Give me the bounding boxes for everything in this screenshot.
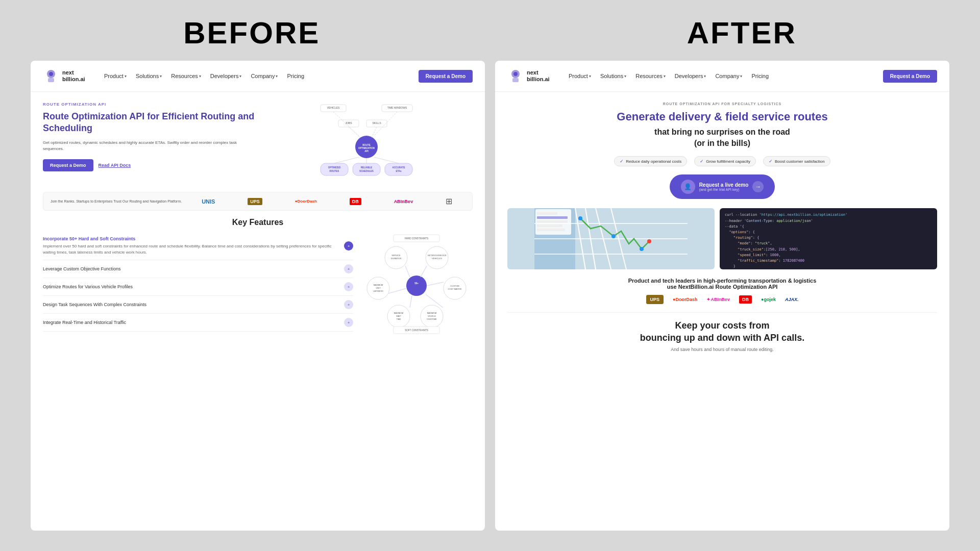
svg-text:SOFT CONSTRAINTS: SOFT CONSTRAINTS [405,329,428,332]
partners-logos: UPS ●DoorDash ✦ABInBev DB ●gojek AJAX. [507,295,937,304]
svg-text:VISIT: VISIT [376,287,381,289]
svg-text:ROUTES: ROUTES [330,170,339,172]
after-nav-solutions[interactable]: Solutions ▾ [600,73,626,79]
features-diagram: HARD CONSTRAINTS HETEROGENEOUS VEHICLES … [360,232,473,336]
before-nav-pricing[interactable]: Pricing [287,73,304,79]
after-logo: nextbillion.ai [507,68,558,84]
chevron-icon: ▾ [239,74,241,79]
preview-area: curl --location 'https://api.nextbillion… [507,208,937,269]
partner-ajax: AJAX. [785,297,799,302]
after-hero-tag: ROUTE OPTIMIZATION API FOR SPECIALTY LOG… [507,102,937,106]
svg-rect-19 [321,163,348,176]
after-nav-product[interactable]: Product ▾ [569,73,591,79]
code-line-7: "truck_size":[250, 210, 500], [725,247,932,253]
after-nav-pricing[interactable]: Pricing [751,73,769,79]
svg-rect-81 [537,212,557,215]
svg-line-57 [421,266,427,277]
code-line-10: } [725,264,932,269]
feature-item-objectives[interactable]: Leverage Custom Objective Functions + [43,260,353,278]
partner-abinbev: ✦ABInBev [706,297,730,302]
chevron-icon: ▾ [589,74,591,79]
svg-text:TIME WINDOWS: TIME WINDOWS [387,106,407,109]
feature-item-constraints[interactable]: Incorporate 50+ Hard and Soft Constraint… [43,232,353,260]
svg-text:API: API [364,150,369,153]
before-api-docs-link[interactable]: Read API Docs [99,163,131,168]
before-nav-product[interactable]: Product ▾ [104,73,127,79]
map-preview [507,208,715,269]
feature-expand-icon[interactable]: + [344,241,353,251]
svg-line-18 [372,127,377,138]
after-request-demo-btn[interactable]: Request a Demo [883,70,937,83]
svg-rect-84 [537,224,562,227]
svg-point-1 [49,72,53,76]
svg-text:MAXIMUM: MAXIMUM [394,312,403,314]
svg-text:RELIABLE: RELIABLE [361,166,373,169]
feature-item-sequences[interactable]: Design Task Sequences With Complex Const… [43,296,353,314]
svg-text:COST MATRIX: COST MATRIX [448,288,462,290]
demo-btn-arrow-icon: → [752,181,764,192]
svg-text:SCHEDULES: SCHEDULES [359,170,374,172]
after-content: ROUTE OPTIMIZATION API FOR SPECIALTY LOG… [495,92,949,531]
svg-text:TIME: TIME [396,318,401,320]
demo-btn-sub-text: (and get the trial API key) [699,188,749,191]
cost-title: Keep your costs frombouncing up and down… [518,320,927,344]
before-nav-company[interactable]: Company ▾ [251,73,278,79]
feature-expand-icon[interactable]: + [344,264,353,273]
feature-label: Leverage Custom Objective Functions [43,266,344,271]
svg-text:MAXIMUM: MAXIMUM [374,284,383,286]
brand-logos: UNIS UPS ●DoorDash DB ABInBev ⊞ [189,196,465,206]
feature-item-traffic[interactable]: Integrate Real-Time and Historical Traff… [43,314,353,332]
before-nav-resources[interactable]: Resources ▾ [171,73,201,79]
svg-text:HETEROGENEOUS: HETEROGENEOUS [428,254,447,257]
chevron-icon: ▾ [624,74,626,79]
feature-expand-icon[interactable]: + [344,282,353,291]
svg-text:CUSTOM: CUSTOM [450,285,459,287]
partner-gojek: ●gojek [761,297,776,302]
after-nav-resources[interactable]: Resources ▾ [635,73,666,79]
cost-subtitle: And save hours and hours of manual route… [518,347,927,352]
benefits-row: ✓ Reduce daily operational costs ✓ Grow … [507,156,937,166]
after-hero-title: Generate delivery & field service routes [507,110,937,124]
trusted-bar: Join the Ranks. Startups to Enterprises … [43,192,473,211]
before-request-demo-btn[interactable]: Request a Demo [419,70,473,83]
code-line-1: curl --location 'https://api.nextbillion… [725,212,932,218]
before-nav-links: Product ▾ Solutions ▾ Resources ▾ Develo… [104,73,408,79]
code-line-9: "traffic_timestamp": 1782087400 [725,258,932,264]
demo-btn-text: Request a live demo (and get the trial A… [699,182,749,191]
after-label: AFTER [687,15,797,51]
before-logo: nextbillion.ai [43,68,94,84]
feature-expand-icon[interactable]: + [344,318,353,327]
svg-text:VEHICLES: VEHICLES [327,106,340,109]
chevron-icon: ▾ [199,74,201,79]
partners-section: Product and tech leaders in high-perform… [507,278,937,304]
after-nav-developers[interactable]: Developers ▾ [675,73,706,79]
key-features-title: Key Features [43,218,473,227]
feature-label: Design Task Sequences With Complex Const… [43,302,344,307]
svg-point-65 [513,72,518,76]
before-hero-title: Route Optimization API for Efficient Rou… [43,111,255,135]
before-nav-developers[interactable]: Developers ▾ [210,73,242,79]
svg-text:VEHICLES: VEHICLES [432,257,442,260]
svg-text:ACCURATE: ACCURATE [393,166,405,169]
trusted-text: Join the Ranks. Startups to Enterprises … [51,199,182,204]
before-hero: ROUTE OPTIMIZATION API Route Optimizatio… [43,102,473,184]
live-demo-btn[interactable]: 👤 Request a live demo (and get the trial… [670,174,775,199]
chevron-icon: ▾ [276,74,278,79]
svg-text:DURATION: DURATION [391,257,402,260]
after-nav-links: Product ▾ Solutions ▾ Resources ▾ Develo… [569,73,873,79]
svg-text:LATENESS: LATENESS [373,290,383,292]
partner-db: DB [739,295,752,304]
code-line-2: --header 'Content-Type: application/json… [725,218,932,224]
svg-rect-66 [512,78,519,82]
svg-point-54 [406,276,427,296]
before-nav-solutions[interactable]: Solutions ▾ [136,73,162,79]
feature-expand-icon[interactable]: + [344,300,353,309]
svg-line-60 [410,295,412,308]
before-demo-btn[interactable]: Request a Demo [43,159,93,171]
after-nav-company[interactable]: Company ▾ [715,73,742,79]
demo-btn-avatar: 👤 [681,180,695,194]
svg-text:HARD CONSTRAINTS: HARD CONSTRAINTS [405,237,428,240]
after-logo-text: nextbillion.ai [527,69,550,83]
feature-item-vehicles[interactable]: Optimize Routes for Various Vehicle Prof… [43,278,353,296]
before-navbar: nextbillion.ai Product ▾ Solutions ▾ Res… [31,61,485,92]
